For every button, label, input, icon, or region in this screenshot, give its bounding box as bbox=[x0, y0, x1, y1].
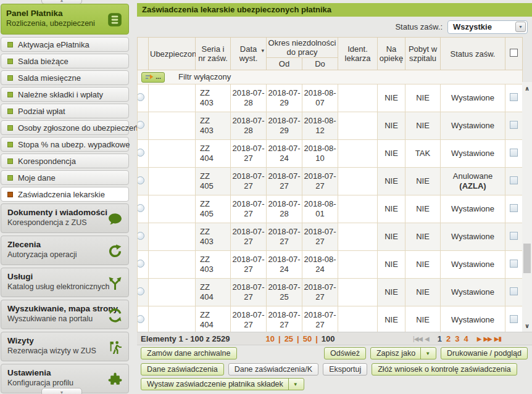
row-radio[interactable] bbox=[138, 121, 144, 129]
filter-options-button[interactable]: ... bbox=[141, 72, 165, 83]
row-radio[interactable] bbox=[138, 93, 144, 101]
table-row[interactable]: ZZ 404 2018-07-27 2018-07-25 2018-07-27 … bbox=[138, 279, 523, 306]
table-row[interactable]: ZZ 405 2018-07-27 2018-07-28 2018-08-01 … bbox=[138, 195, 523, 223]
sidebar-menu-item[interactable]: Podział wpłat bbox=[1, 104, 129, 118]
sidebar-panel-payer[interactable]: Panel Płatnika Rozliczenia, ubezpieczeni bbox=[1, 4, 129, 35]
goto-page-icon[interactable]: ▶▮ bbox=[494, 335, 501, 342]
table-row[interactable]: ZZ 403 2018-07-28 2018-07-29 2018-08-07 … bbox=[138, 84, 523, 112]
cell-do: 2018-07-27 bbox=[302, 168, 338, 195]
page-size-100[interactable]: 100 bbox=[322, 334, 335, 343]
filter-button-label: ... bbox=[156, 72, 160, 82]
sidebar-menu-item[interactable]: Zaświadczenia lekarskie bbox=[1, 187, 129, 202]
order-archive-data-button[interactable]: Zamów dane archiwalne bbox=[141, 347, 237, 359]
col-header-ident-lekarza[interactable]: Ident. lekarza bbox=[338, 38, 378, 70]
sidebar-menu-item[interactable]: Salda bieżące bbox=[1, 54, 129, 68]
sidebar-section-documents[interactable]: Dokumenty i wiadomości Korespondencja z … bbox=[1, 203, 129, 233]
col-header-od[interactable]: Od bbox=[267, 58, 302, 70]
col-header-pobyt[interactable]: Pobyt w szpitalu bbox=[405, 38, 441, 70]
status-filter-row: Status zaśw.: Wszystkie ▼ bbox=[137, 17, 532, 37]
col-header-status[interactable]: Status zaśw. bbox=[441, 38, 505, 70]
cell-pobyt: NIE bbox=[405, 279, 441, 306]
page-2[interactable]: 2 bbox=[446, 334, 451, 343]
row-radio[interactable] bbox=[138, 287, 144, 295]
col-header-do[interactable]: Do bbox=[302, 58, 338, 70]
row-checkbox[interactable] bbox=[510, 204, 518, 212]
scroll-up-icon[interactable]: ∧ bbox=[522, 83, 532, 93]
cell-seria: ZZ 404 bbox=[196, 306, 231, 334]
row-radio[interactable] bbox=[138, 149, 144, 157]
status-filter-value: Wszystkie bbox=[453, 22, 492, 31]
issue-payer-certificate-button[interactable]: Wystaw zaświadczenie płatnika składek▼ bbox=[141, 378, 304, 390]
status-filter-select[interactable]: Wszystkie ▼ bbox=[447, 20, 528, 34]
sidebar-section-orders[interactable]: Zlecenia Autoryzacja operacji bbox=[1, 236, 129, 265]
row-radio[interactable] bbox=[138, 176, 144, 184]
row-checkbox[interactable] bbox=[510, 232, 518, 240]
sidebar-menu-item[interactable]: Aktywacja ePłatnika bbox=[1, 37, 129, 52]
row-radio[interactable] bbox=[138, 260, 144, 268]
row-checkbox[interactable] bbox=[510, 121, 518, 129]
col-header-data-wyst[interactable]: Data wyst.▾ bbox=[231, 38, 267, 70]
last-page-icon[interactable]: ▶▶ bbox=[483, 335, 491, 342]
table-row[interactable]: ZZ 403 2018-07-28 2018-07-29 2018-08-12 … bbox=[138, 112, 523, 140]
sidebar-scroll-down-button[interactable]: ▼ bbox=[41, 388, 82, 394]
page-3[interactable]: 3 bbox=[455, 334, 459, 343]
sidebar-section-visits[interactable]: Wizyty Rezerwacja wizyty w ZUS bbox=[1, 332, 129, 361]
page-4[interactable]: 4 bbox=[463, 334, 468, 343]
bullet-icon bbox=[7, 142, 13, 147]
chevron-down-icon[interactable]: ▼ bbox=[420, 348, 430, 359]
table-row[interactable]: ZZ 404 2018-07-27 2018-07-27 2018-07-27 … bbox=[138, 306, 523, 334]
prev-page-icon[interactable]: ◀ bbox=[425, 335, 429, 342]
sidebar-menu-item[interactable]: Osoby zgłoszone do ubezpieczeń bbox=[1, 120, 129, 135]
export-button[interactable]: Eksportuj bbox=[323, 363, 367, 376]
col-header-ubezpieczony[interactable]: Ubezpieczony bbox=[149, 38, 196, 70]
scrollbar-thumb[interactable] bbox=[523, 244, 531, 273]
page-size-50[interactable]: 50 bbox=[303, 334, 312, 343]
chevron-down-icon[interactable]: ▼ bbox=[288, 379, 298, 390]
row-radio[interactable] bbox=[138, 315, 144, 323]
refresh-button[interactable]: Odśwież bbox=[324, 347, 366, 359]
sidebar-menu-item[interactable]: Moje dane bbox=[1, 170, 129, 185]
page-1[interactable]: 1 bbox=[438, 334, 442, 343]
combo-dropdown-button[interactable]: ▼ bbox=[515, 22, 526, 32]
print-preview-button[interactable]: Drukowanie / podgląd bbox=[441, 347, 528, 359]
save-as-button[interactable]: Zapisz jako▼ bbox=[370, 347, 436, 359]
col-header-na-opieke[interactable]: Na opiekę bbox=[378, 38, 405, 70]
vertical-scrollbar[interactable]: ∧ ∨ bbox=[522, 82, 532, 332]
sidebar-menu-item[interactable]: Korespondencja bbox=[1, 154, 129, 168]
row-checkbox[interactable] bbox=[510, 315, 518, 323]
table-row[interactable]: ZZ 405 2018-07-27 2018-07-27 2018-07-27 … bbox=[138, 168, 523, 195]
certificate-data-k-button[interactable]: Dane zaświadczenia/K bbox=[228, 363, 318, 376]
row-select-cell bbox=[138, 140, 149, 168]
row-checkbox[interactable] bbox=[510, 93, 518, 101]
section-subtitle: Wyszukiwanie na portalu bbox=[7, 314, 122, 323]
sidebar-menu-item[interactable]: Należne składki i wpłaty bbox=[1, 87, 129, 102]
row-radio[interactable] bbox=[138, 232, 144, 240]
page-size-10[interactable]: 10 bbox=[266, 334, 275, 343]
section-subtitle: Rezerwacja wizyty w ZUS bbox=[7, 347, 122, 355]
first-page-icon[interactable]: |◀◀ bbox=[413, 335, 422, 342]
submit-control-request-button[interactable]: Złóż wniosek o kontrolę zaświadczenia bbox=[372, 363, 517, 376]
cell-na-opieke: NIE bbox=[378, 279, 405, 306]
sidebar-menu: Aktywacja ePłatnika Salda bieżące Salda … bbox=[0, 37, 130, 203]
row-checkbox[interactable] bbox=[510, 149, 518, 157]
next-page-icon[interactable]: ▶ bbox=[477, 335, 481, 342]
table-row[interactable]: ZZ 403 2018-07-27 2018-07-24 2018-08-24 … bbox=[138, 251, 523, 279]
scroll-down-icon[interactable]: ∨ bbox=[522, 321, 532, 330]
certificate-data-button[interactable]: Dane zaświadczenia bbox=[141, 363, 224, 376]
cell-ident-lekarza bbox=[338, 168, 378, 195]
cell-status: Anulowane(AZLA) bbox=[441, 168, 505, 195]
sidebar-menu-item[interactable]: Stopa % na ubezp. wypadkowe bbox=[1, 137, 129, 152]
row-checkbox[interactable] bbox=[510, 260, 518, 268]
row-checkbox[interactable] bbox=[510, 176, 518, 184]
row-checkbox[interactable] bbox=[510, 287, 518, 295]
row-radio[interactable] bbox=[138, 204, 144, 212]
select-all-checkbox[interactable] bbox=[510, 49, 518, 57]
table-row[interactable]: ZZ 404 2018-07-27 2018-07-24 2018-08-10 … bbox=[138, 140, 523, 168]
sidebar-menu-item[interactable]: Salda miesięczne bbox=[1, 70, 129, 85]
col-header-seria[interactable]: Seria i nr zaśw. bbox=[196, 38, 231, 70]
table-row[interactable]: ZZ 403 2018-07-27 2018-07-27 2018-07-27 … bbox=[138, 223, 523, 251]
page-size-25[interactable]: 25 bbox=[285, 334, 293, 343]
cell-pobyt: NIE bbox=[405, 306, 441, 334]
sidebar-section-search[interactable]: Wyszukiwanie, mapa strony Wyszukiwanie n… bbox=[1, 300, 129, 329]
sidebar-section-services[interactable]: Usługi Katalog usług elektronicznych bbox=[1, 268, 129, 297]
